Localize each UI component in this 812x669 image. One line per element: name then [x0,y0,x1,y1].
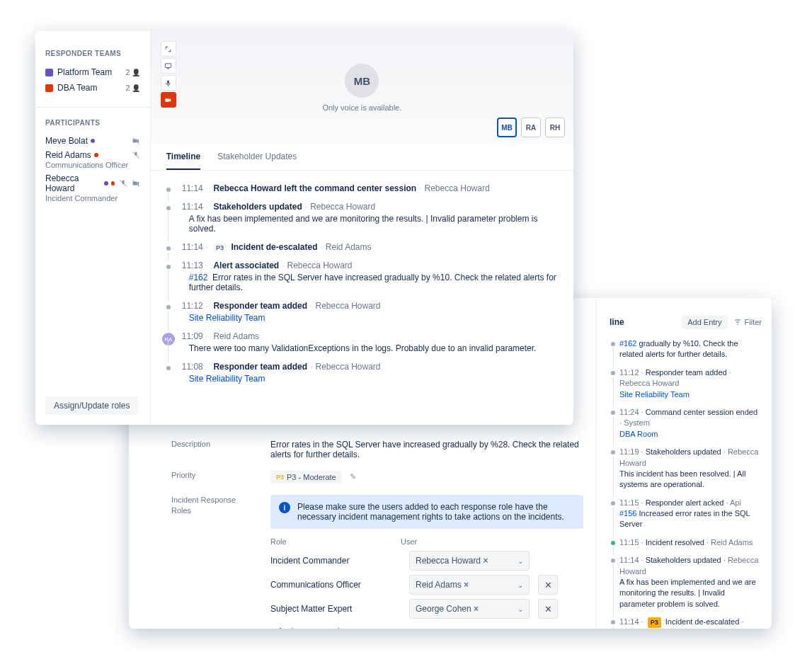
description-label: Description [171,440,249,459]
event-body: A fix has been implemented and we are mo… [619,577,762,610]
timeline-event: 11:15 · Responder alert acked · Api #156… [619,494,762,534]
event-time: 11:13 [182,261,203,270]
svg-rect-13 [167,80,169,84]
participant-name: Meve Bolat [45,136,88,146]
event-author: Rebecca Howard [315,301,380,311]
selected-user: Reid Adams [416,580,462,590]
event-title: Responder team added [213,362,307,372]
timeline-event: #162 gradually by %10. Check the related… [619,335,762,364]
participant-row[interactable]: Rebecca Howard Incident Commander [45,171,140,205]
role-row: Communications Officer Reid Adams × ⌄ ✕ [270,573,583,597]
chevron-down-icon: ⌄ [517,581,523,589]
responder-team-row[interactable]: Platform Team 2 [45,64,140,80]
peer-thumbnails: MBRARH [497,118,565,137]
secondary-timeline-tab[interactable]: line [610,317,624,327]
event-title: Incident resolved [646,538,704,547]
event-title: Incident de-escalated [231,242,317,252]
peer-tile[interactable]: RA [521,118,541,137]
event-time: 11:24 [619,408,639,416]
selected-user: Rebecca Howard [416,556,481,566]
event-author: Rebecca Howard [619,379,679,387]
event-link[interactable]: Site Reliability Team [619,390,690,399]
participants-heading: PARTICIPANTS [45,119,140,127]
clear-user-icon[interactable]: × [474,604,479,614]
event-title: Responder alert acked [646,498,724,507]
event-author: Rebecca Howard [425,183,490,193]
tab-stakeholder-updates[interactable]: Stakeholder Updates [217,144,297,170]
secondary-timeline-panel: line Add Entry Filter #162 gradually by … [596,298,772,629]
event-title: Alert associated [213,261,279,270]
priority-text: P3 - Moderate [287,473,336,481]
mic-muted-icon [119,179,127,188]
priority-pill: P3 [213,244,227,252]
participant-row[interactable]: Reid Adams Communications Officer [45,148,140,171]
camera-off-icon [132,179,140,188]
event-title: Stakeholders updated [213,202,302,212]
filter-button[interactable]: Filter [733,318,762,326]
tab-timeline[interactable]: Timeline [166,144,200,170]
video-toolbar [161,41,176,108]
assign-roles-button[interactable]: Assign/Update roles [45,396,138,415]
clear-user-icon[interactable]: × [464,580,469,590]
priority-value-wrap: P3 P3 - Moderate ✎ [270,471,583,484]
video-area: MB Only voice is available. MBRARH [151,31,573,144]
event-author: Reid Adams [711,538,753,547]
remove-role-button[interactable]: ✕ [538,575,558,595]
presence-dot-icon [91,139,95,143]
team-name: DBA Team [57,83,97,93]
event-time: 11:14 [619,556,639,564]
assign-new-role-link[interactable]: + Assign a new role [270,627,344,629]
event-body: #162 gradually by %10. Check the related… [619,338,762,360]
remove-role-button[interactable]: ✕ [538,599,558,619]
timeline-event: 11:15 · Incident resolved · Reid Adams [619,534,762,551]
participant-name: Rebecca Howard [45,173,101,193]
priority-lozenge[interactable]: P3 P3 - Moderate [270,471,342,484]
peer-tile[interactable]: MB [497,118,517,137]
collapse-icon[interactable] [161,41,176,57]
responder-team-row[interactable]: DBA Team 2 [45,80,140,96]
add-entry-button[interactable]: Add Entry [682,315,727,329]
participant-role: Communications Officer [45,161,140,169]
event-title: Responder team added [646,368,727,377]
secondary-timeline-list: #162 gradually by %10. Check the related… [610,335,762,629]
event-title: Responder team added [213,301,307,311]
participant-name: Reid Adams [45,150,91,160]
edit-priority-icon[interactable]: ✎ [350,472,356,481]
priority-pill: P3 [648,617,661,628]
event-time: 11:14 [619,617,639,626]
roles-header-role: Role [270,537,401,546]
user-select[interactable]: George Cohen × ⌄ [409,599,530,619]
team-color-swatch [45,84,53,92]
field-roles: Incident Response Roles i Please make su… [171,495,583,629]
mic-icon[interactable] [161,75,176,91]
event-link[interactable]: Site Reliability Team [189,313,265,323]
chevron-down-icon: ⌄ [517,557,523,565]
issue-link[interactable]: #162 [189,273,208,282]
screenshare-icon[interactable] [161,58,176,74]
roles-table: Role User Incident Commander Rebecca How… [270,537,583,629]
timeline-event: 11:14 · P3 Incident de-escalated · Reid … [619,613,762,629]
issue-link[interactable]: #162 [619,339,636,348]
role-name: Subject Matter Expert [270,604,401,614]
participants-list: Meve Bolat Reid Adams Communications Off… [45,134,140,205]
timeline-event: 11:14 · Stakeholders updated · Rebecca H… [619,551,762,613]
svg-rect-15 [166,98,170,102]
user-select[interactable]: Reid Adams × ⌄ [409,575,530,595]
event-time: 11:14 [182,242,203,252]
camera-off-icon[interactable] [161,92,176,108]
event-time: 11:12 [182,301,203,311]
event-author: System [624,418,650,427]
event-author: Rebecca Howard [310,202,375,212]
event-link[interactable]: DBA Room [619,430,658,438]
priority-label: Priority [171,471,249,484]
participant-row[interactable]: Meve Bolat [45,134,140,148]
event-body: There were too many ValidationExceptions… [189,343,558,353]
user-select[interactable]: Rebecca Howard × ⌄ [409,551,530,571]
event-link[interactable]: Site Reliability Team [189,374,265,384]
roles-banner-text: Please make sure the users added to each… [297,502,575,522]
peer-tile[interactable]: RH [545,118,565,137]
issue-link[interactable]: #156 [619,509,636,518]
clear-user-icon[interactable]: × [483,556,488,566]
event-title: Command center session ended [646,408,757,416]
only-voice-text: Only voice is available. [322,103,401,112]
